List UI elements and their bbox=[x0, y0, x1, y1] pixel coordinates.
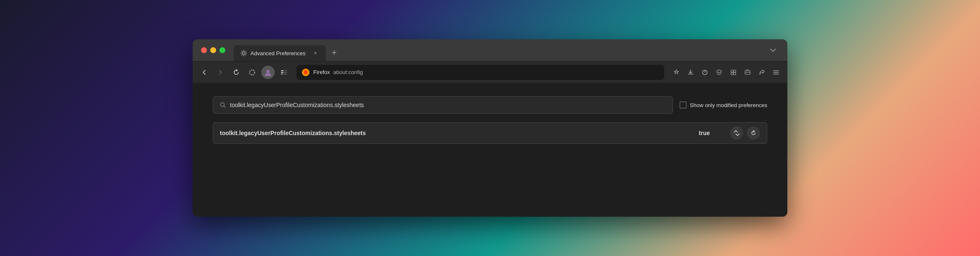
minimize-button[interactable] bbox=[210, 47, 216, 53]
svg-point-2 bbox=[266, 70, 270, 73]
firefox-logo-icon bbox=[302, 68, 310, 77]
ublockorigin-icon-button[interactable] bbox=[713, 66, 725, 79]
new-tab-button[interactable]: + bbox=[328, 46, 341, 59]
svg-rect-5 bbox=[281, 72, 284, 73]
svg-point-1 bbox=[250, 70, 255, 75]
tab-close-button[interactable]: × bbox=[312, 49, 319, 57]
tab-settings-icon bbox=[240, 50, 247, 56]
nav-bar: Firefox about:config bbox=[193, 61, 787, 83]
svg-point-0 bbox=[242, 52, 245, 54]
search-icon bbox=[220, 102, 226, 108]
tab-title: Advanced Preferences bbox=[250, 50, 308, 56]
browser-brand: Firefox bbox=[313, 69, 330, 75]
svg-point-14 bbox=[731, 72, 733, 75]
svg-point-13 bbox=[733, 70, 736, 72]
customize-button[interactable] bbox=[277, 66, 291, 79]
preference-actions bbox=[730, 126, 760, 140]
search-input[interactable] bbox=[230, 102, 666, 108]
svg-point-10 bbox=[304, 70, 308, 74]
profile-avatar[interactable] bbox=[261, 66, 275, 79]
toggle-preference-button[interactable] bbox=[730, 126, 743, 140]
tabs-area: Advanced Preferences × + bbox=[230, 39, 767, 61]
reload2-button[interactable] bbox=[245, 66, 259, 79]
nav-icons-right bbox=[670, 66, 782, 79]
content-area: Show only modified preferences toolkit.l… bbox=[193, 83, 787, 217]
traffic-lights bbox=[196, 39, 230, 61]
download-button[interactable] bbox=[684, 66, 697, 79]
share-button[interactable] bbox=[756, 66, 768, 79]
extension1-icon-button[interactable] bbox=[727, 66, 740, 79]
back-button[interactable] bbox=[198, 66, 211, 79]
forward-button[interactable] bbox=[214, 66, 227, 79]
search-row: Show only modified preferences bbox=[213, 96, 767, 114]
power-icon-button[interactable] bbox=[699, 66, 711, 79]
show-modified-checkbox[interactable] bbox=[680, 102, 686, 108]
address-url: about:config bbox=[333, 69, 363, 75]
active-tab[interactable]: Advanced Preferences × bbox=[234, 45, 326, 61]
close-button[interactable] bbox=[201, 47, 207, 53]
browser-window: Advanced Preferences × + bbox=[193, 39, 787, 217]
svg-rect-6 bbox=[284, 72, 287, 73]
title-bar: Advanced Preferences × + bbox=[193, 39, 787, 61]
preference-value: true bbox=[699, 130, 710, 136]
svg-rect-3 bbox=[281, 70, 284, 71]
menu-button[interactable] bbox=[770, 66, 782, 79]
address-bar[interactable]: Firefox about:config bbox=[297, 65, 664, 80]
search-box[interactable] bbox=[213, 96, 673, 114]
show-modified-label[interactable]: Show only modified preferences bbox=[680, 102, 767, 108]
title-bar-right bbox=[767, 39, 784, 61]
svg-rect-7 bbox=[281, 74, 283, 74]
svg-point-12 bbox=[731, 70, 733, 72]
svg-rect-8 bbox=[284, 74, 287, 74]
reset-preference-button[interactable] bbox=[747, 126, 760, 140]
svg-point-15 bbox=[733, 72, 736, 75]
bookmark-star-button[interactable] bbox=[670, 66, 683, 79]
preference-row: toolkit.legacyUserProfileCustomizations.… bbox=[213, 122, 767, 144]
extension2-icon-button[interactable] bbox=[741, 66, 754, 79]
svg-rect-4 bbox=[284, 70, 287, 71]
window-menu-button[interactable] bbox=[767, 44, 779, 56]
preference-name: toolkit.legacyUserProfileCustomizations.… bbox=[220, 130, 699, 136]
maximize-button[interactable] bbox=[219, 47, 225, 53]
show-modified-text: Show only modified preferences bbox=[690, 102, 767, 108]
reload-button[interactable] bbox=[230, 66, 243, 79]
